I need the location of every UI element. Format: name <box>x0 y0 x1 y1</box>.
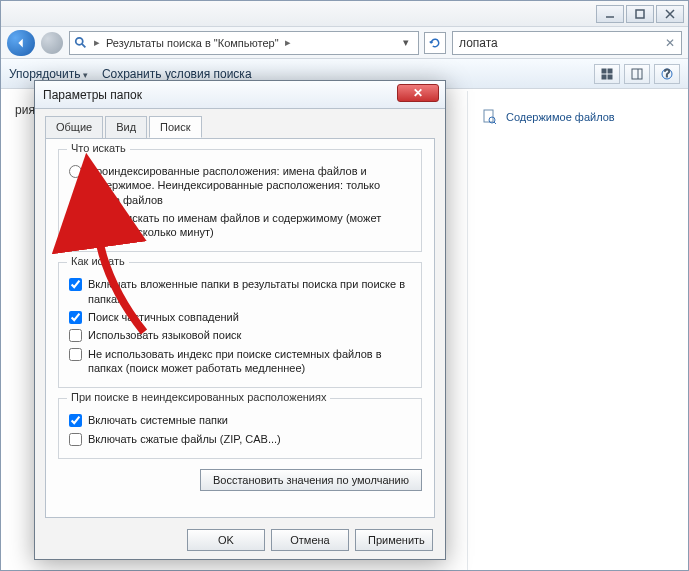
radio-always-input[interactable] <box>69 212 82 225</box>
svg-rect-5 <box>608 75 612 79</box>
breadcrumb-text: Результаты поиска в "Компьютер" <box>106 37 279 49</box>
svg-rect-0 <box>636 10 644 18</box>
cancel-button[interactable]: Отмена <box>271 529 349 551</box>
dialog-footer: OK Отмена Применить <box>187 529 433 551</box>
check-subfolders-input[interactable] <box>69 278 82 291</box>
radio-indexed-input[interactable] <box>69 165 82 178</box>
check-natural-language-input[interactable] <box>69 329 82 342</box>
tab-view[interactable]: Вид <box>105 116 147 138</box>
search-content-label: Содержимое файлов <box>506 111 615 123</box>
check-subfolders-label: Включать вложенные папки в результаты по… <box>88 277 411 306</box>
radio-always[interactable]: Всегда искать по именам файлов и содержи… <box>69 211 411 240</box>
maximize-button[interactable] <box>626 5 654 23</box>
group-how-to-search: Как искать Включать вложенные папки в ре… <box>58 262 422 388</box>
window-close-button[interactable] <box>656 5 684 23</box>
search-input[interactable] <box>459 36 659 50</box>
group-legend: При поиске в неиндексированных расположе… <box>67 391 330 403</box>
breadcrumb-sep-icon: ▸ <box>282 36 294 49</box>
check-natural-language-label: Использовать языковой поиск <box>88 328 241 342</box>
svg-rect-6 <box>632 69 642 79</box>
folder-options-dialog: Параметры папок ✕ Общие Вид Поиск Что ис… <box>34 80 446 560</box>
search-location-icon <box>74 36 88 50</box>
check-partial[interactable]: Поиск частичных совпадений <box>69 310 411 324</box>
radio-indexed[interactable]: Проиндексированные расположения: имена ф… <box>69 164 411 207</box>
svg-rect-3 <box>608 69 612 73</box>
refresh-button[interactable] <box>424 32 446 54</box>
tab-strip: Общие Вид Поиск <box>45 116 435 139</box>
breadcrumb[interactable]: ▸ Результаты поиска в "Компьютер" ▸ ▾ <box>69 31 419 55</box>
view-options: ? <box>594 64 680 84</box>
search-refine-panel: Содержимое файлов <box>468 91 688 570</box>
breadcrumb-dropdown-icon[interactable]: ▾ <box>398 36 414 49</box>
preview-pane-button[interactable] <box>624 64 650 84</box>
minimize-button[interactable] <box>596 5 624 23</box>
organize-menu[interactable]: Упорядочить <box>9 67 88 81</box>
tab-general[interactable]: Общие <box>45 116 103 138</box>
search-content-link[interactable]: Содержимое файлов <box>482 109 674 125</box>
radio-always-label: Всегда искать по именам файлов и содержи… <box>88 211 411 240</box>
check-compressed-input[interactable] <box>69 433 82 446</box>
check-system-folders-input[interactable] <box>69 414 82 427</box>
check-partial-label: Поиск частичных совпадений <box>88 310 239 324</box>
group-legend: Как искать <box>67 255 129 267</box>
dialog-title: Параметры папок <box>43 88 142 102</box>
dialog-close-button[interactable]: ✕ <box>397 84 439 102</box>
clear-search-icon[interactable]: ✕ <box>665 36 675 50</box>
tab-search[interactable]: Поиск <box>149 116 201 138</box>
check-subfolders[interactable]: Включать вложенные папки в результаты по… <box>69 277 411 306</box>
apply-button[interactable]: Применить <box>355 529 433 551</box>
check-no-index[interactable]: Не использовать индекс при поиске систем… <box>69 347 411 376</box>
check-system-folders[interactable]: Включать системные папки <box>69 413 411 427</box>
ok-button[interactable]: OK <box>187 529 265 551</box>
nav-forward-button[interactable] <box>41 32 63 54</box>
check-compressed[interactable]: Включать сжатые файлы (ZIP, CAB...) <box>69 432 411 446</box>
check-partial-input[interactable] <box>69 311 82 324</box>
dialog-body: Общие Вид Поиск Что искать Проиндексиров… <box>35 109 445 528</box>
search-box[interactable]: ✕ <box>452 31 682 55</box>
radio-indexed-label: Проиндексированные расположения: имена ф… <box>88 164 411 207</box>
check-natural-language[interactable]: Использовать языковой поиск <box>69 328 411 342</box>
view-mode-button[interactable] <box>594 64 620 84</box>
dialog-titlebar[interactable]: Параметры папок ✕ <box>35 81 445 109</box>
check-compressed-label: Включать сжатые файлы (ZIP, CAB...) <box>88 432 281 446</box>
address-bar: ▸ Результаты поиска в "Компьютер" ▸ ▾ ✕ <box>1 27 688 59</box>
svg-rect-2 <box>602 69 606 73</box>
window-titlebar <box>1 1 688 27</box>
check-no-index-label: Не использовать индекс при поиске систем… <box>88 347 411 376</box>
check-system-folders-label: Включать системные папки <box>88 413 228 427</box>
svg-rect-4 <box>602 75 606 79</box>
svg-point-1 <box>76 37 83 44</box>
group-legend: Что искать <box>67 142 130 154</box>
breadcrumb-sep-icon: ▸ <box>91 36 103 49</box>
restore-defaults-row: Восстановить значения по умолчанию <box>58 469 422 491</box>
save-search-button[interactable]: Сохранить условия поиска <box>102 67 252 81</box>
nav-back-button[interactable] <box>7 30 35 56</box>
svg-rect-10 <box>484 110 493 122</box>
svg-text:?: ? <box>664 68 670 79</box>
tab-panel-search: Что искать Проиндексированные расположен… <box>45 138 435 518</box>
help-button[interactable]: ? <box>654 64 680 84</box>
group-nonindexed: При поиске в неиндексированных расположе… <box>58 398 422 459</box>
check-no-index-input[interactable] <box>69 348 82 361</box>
document-search-icon <box>482 109 498 125</box>
restore-defaults-button[interactable]: Восстановить значения по умолчанию <box>200 469 422 491</box>
group-what-to-search: Что искать Проиндексированные расположен… <box>58 149 422 252</box>
